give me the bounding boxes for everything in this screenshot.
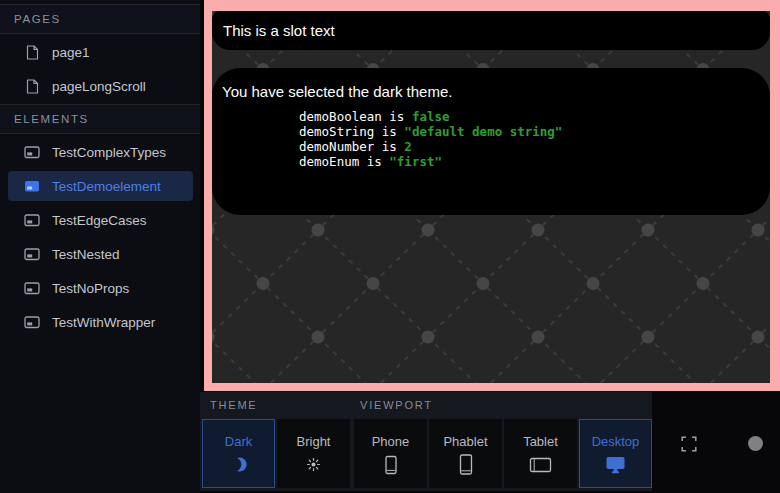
theme-message: You have selected the dark theme. xyxy=(222,83,760,100)
sidebar-item-page1[interactable]: page1 xyxy=(0,35,200,69)
viewport-phablet-button[interactable]: Phablet xyxy=(429,419,502,488)
element-icon xyxy=(24,146,40,159)
viewport-tablet-button[interactable]: Tablet xyxy=(504,419,577,488)
element-icon xyxy=(24,214,40,227)
pages-section-label: PAGES xyxy=(14,13,61,25)
sidebar-item-label: page1 xyxy=(52,45,90,60)
toolbar-buttons: Dark Bright Phone xyxy=(202,419,654,488)
demo-element-box: You have selected the dark theme. demoBo… xyxy=(212,68,770,215)
theme-dark-label: Dark xyxy=(225,434,252,449)
element-icon xyxy=(24,282,40,295)
sidebar-item-testdemoelement[interactable]: TestDemoelement xyxy=(8,171,193,201)
code-line: demoBoolean is false xyxy=(299,109,450,124)
code-line: demoEnum is "first" xyxy=(299,154,442,169)
sun-icon xyxy=(305,456,322,474)
status-dot[interactable] xyxy=(748,436,763,451)
elements-list: TestComplexTypes TestDemoelement TestEdg… xyxy=(0,134,200,340)
sidebar-item-label: TestComplexTypes xyxy=(52,145,166,160)
fullscreen-icon xyxy=(681,438,697,455)
page-icon xyxy=(24,45,40,60)
preview-frame: This is a slot text You have selected th… xyxy=(204,0,780,391)
tablet-icon xyxy=(529,456,552,474)
sidebar-item-testnoprops[interactable]: TestNoProps xyxy=(0,271,200,305)
sidebar-section-elements: ELEMENTS xyxy=(0,104,200,134)
viewport-group-label: VIEWPORT xyxy=(360,399,433,411)
sidebar-item-label: pageLongScroll xyxy=(52,79,146,94)
sidebar: PAGES page1 pageLongScroll ELEMENTS Test… xyxy=(0,0,200,493)
viewport-tablet-label: Tablet xyxy=(523,434,558,449)
viewport-desktop-button[interactable]: Desktop xyxy=(579,419,652,488)
code-line: demoString is "default demo string" xyxy=(299,124,562,139)
demo-props-code: demoBoolean is false demoString is "defa… xyxy=(299,109,760,169)
sidebar-item-label: TestDemoelement xyxy=(52,179,161,194)
element-icon xyxy=(24,248,40,261)
sidebar-item-testnested[interactable]: TestNested xyxy=(0,237,200,271)
pages-list: page1 pageLongScroll xyxy=(0,34,200,104)
sidebar-item-label: TestNested xyxy=(52,247,120,262)
sidebar-item-testcomplextypes[interactable]: TestComplexTypes xyxy=(0,135,200,169)
sidebar-item-label: TestWithWrapper xyxy=(52,315,155,330)
viewport-desktop-label: Desktop xyxy=(592,434,640,449)
theme-bright-label: Bright xyxy=(297,434,331,449)
preview-canvas: This is a slot text You have selected th… xyxy=(212,11,770,383)
theme-dark-button[interactable]: Dark xyxy=(202,419,275,488)
sidebar-item-testwithwrapper[interactable]: TestWithWrapper xyxy=(0,305,200,339)
viewport-phablet-label: Phablet xyxy=(443,434,487,449)
element-icon-selected xyxy=(24,180,40,193)
slot-text: This is a slot text xyxy=(223,22,335,39)
desktop-icon xyxy=(605,456,626,474)
code-value: false xyxy=(412,109,450,124)
theme-group-label: THEME xyxy=(210,399,258,411)
sidebar-item-label: TestNoProps xyxy=(52,281,129,296)
moon-icon xyxy=(230,456,247,474)
sidebar-item-testedgecases[interactable]: TestEdgeCases xyxy=(0,203,200,237)
page-icon xyxy=(24,79,40,94)
sidebar-section-pages: PAGES xyxy=(0,4,200,34)
viewport-phone-button[interactable]: Phone xyxy=(354,419,427,488)
code-value: 2 xyxy=(404,139,412,154)
bottom-toolbar: THEME VIEWPORT Dark Bright xyxy=(200,392,652,491)
sidebar-item-pagelongscroll[interactable]: pageLongScroll xyxy=(0,69,200,103)
theme-bright-button[interactable]: Bright xyxy=(277,419,350,488)
sidebar-item-label: TestEdgeCases xyxy=(52,213,147,228)
phone-icon xyxy=(381,456,401,474)
phablet-icon xyxy=(456,456,476,474)
code-value: "default demo string" xyxy=(404,124,562,139)
elements-section-label: ELEMENTS xyxy=(14,113,89,125)
fullscreen-button[interactable] xyxy=(681,436,697,452)
slot-text-bar: This is a slot text xyxy=(212,11,770,50)
viewport-phone-label: Phone xyxy=(372,434,410,449)
element-icon xyxy=(24,316,40,329)
code-value: "first" xyxy=(389,154,442,169)
code-line: demoNumber is 2 xyxy=(299,139,412,154)
